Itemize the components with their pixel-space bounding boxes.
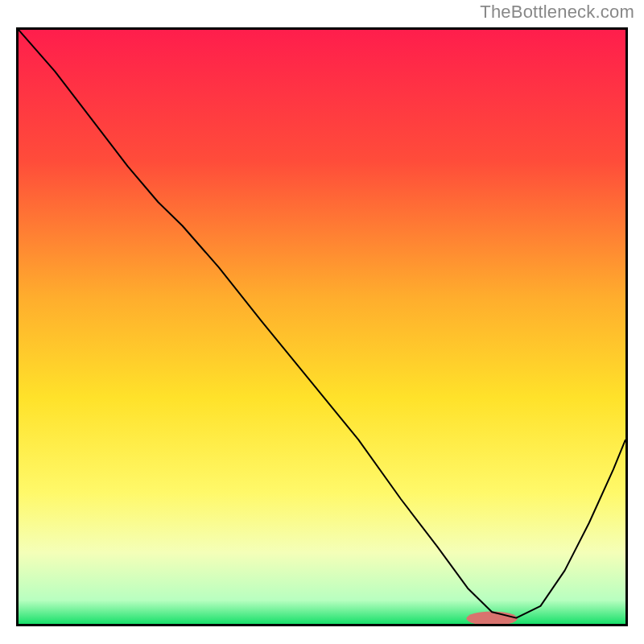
chart-root: TheBottleneck.com [0, 0, 644, 644]
gradient-background [19, 30, 625, 624]
plot-area [16, 27, 628, 626]
plot-svg [19, 30, 625, 624]
watermark-label: TheBottleneck.com [480, 3, 634, 21]
